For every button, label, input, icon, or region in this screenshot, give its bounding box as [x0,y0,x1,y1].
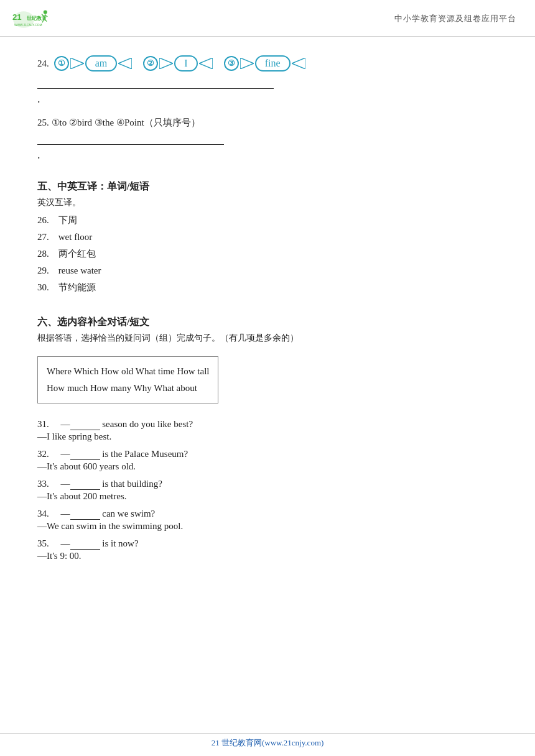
question-24: 24. ① am ② I ③ fine . [37,55,498,106]
footer-text: 21 世纪教育网(www.21cnjy.com) [212,738,324,747]
vocab-27-text: wet floor [58,232,93,242]
qa-33-num: 33. [37,479,58,489]
fish-word-am: am [85,55,118,71]
qa-35-pre: — [61,538,70,548]
q24-label: 24. [37,58,49,69]
vocab-26-num: 26. [37,215,58,225]
vocab-29-text: reuse water [58,265,101,275]
fish-tail-2 [159,58,173,69]
q25-label: 25. [37,118,52,127]
q25-options: ①to ②bird ③the ④Point（只填序号） [52,118,200,127]
qa-34: 34. — can we swim? [37,508,498,520]
qa-35-blank [70,540,100,550]
qa-33-answer-text: —It's about 200 metres. [37,491,127,501]
section-5: 五、中英互译：单词/短语 英汉互译。 26. 下周 27. wet floor … [37,180,498,293]
word-box-line2: How much How many Why What about [47,380,209,397]
qa-31: 31. — season do you like best? [37,418,498,430]
qa-35: 35. — is it now? [37,538,498,550]
vocab-30: 30. 节约能源 [37,282,498,293]
q24-row: 24. ① am ② I ③ fine [37,55,498,71]
qa-32-answer: —It's about 600 years old. [37,461,498,472]
vocab-28: 28. 两个红包 [37,248,498,260]
svg-marker-13 [199,58,213,69]
fish-tail-1 [70,58,84,69]
qa-34-answer-text: —We can swim in the swimming pool. [37,521,183,531]
qa-35-post: is it now? [100,538,139,548]
qa-32-num: 32. [37,449,58,459]
vocab-26-text: 下周 [58,215,77,225]
qa-33-pre: — [61,479,70,489]
qa-33-blank [70,480,100,490]
qa-34-num: 34. [37,509,58,519]
page-footer: 21 世纪教育网(www.21cnjy.com) [0,733,535,749]
qa-31-answer-text: —I like spring best. [37,431,111,441]
qa-34-pre: — [61,509,70,519]
circle-3: ③ [224,56,239,71]
main-content: 24. ① am ② I ③ fine . [0,37,535,597]
section-6: 六、选内容补全对话/短文 根据答语，选择恰当的疑问词（组）完成句子。（有几项是多… [37,316,498,561]
fish-word-I: I [174,55,197,71]
fish-item-3: ③ fine [224,55,305,71]
logo-icon: 21 世纪教育 WWW.21CNJY.COM [12,6,50,31]
qa-31-blank [70,420,100,430]
section5-sub: 英汉互译。 [37,197,498,208]
qa-34-post: can we swim? [100,509,156,519]
q25-answer-line [37,132,224,145]
fish-word-fine: fine [255,55,291,71]
svg-marker-14 [240,58,254,69]
qa-31-post: season do you like best? [100,419,193,429]
word-box-line1: Where Which How old What time How tall [47,363,209,380]
q24-answer-line [37,76,274,89]
logo-area: 21 世纪教育 WWW.21CNJY.COM [12,6,50,31]
qa-33-post: is that building? [100,479,162,489]
vocab-29: 29. reuse water [37,265,498,277]
qa-32-pre: — [61,449,70,459]
svg-point-4 [44,11,47,14]
svg-text:WWW.21CNJY.COM: WWW.21CNJY.COM [14,24,42,27]
vocab-30-text: 节约能源 [58,282,96,292]
page-header: 21 世纪教育 WWW.21CNJY.COM 中小学教育资源及组卷应用平台 [0,0,535,37]
qa-31-num: 31. [37,419,58,429]
word-box: Where Which How old What time How tall H… [37,356,218,403]
section6-title: 六、选内容补全对话/短文 [37,316,498,329]
svg-marker-12 [159,58,173,69]
fish-head-3 [292,58,305,69]
fish-head-2 [199,58,213,69]
vocab-27-num: 27. [37,232,58,242]
site-name: 中小学教育资源及组卷应用平台 [394,13,516,24]
vocab-26: 26. 下周 [37,214,498,226]
svg-text:21: 21 [12,12,22,22]
q25-options-row: 25. ①to ②bird ③the ④Point（只填序号） [37,117,498,129]
qa-32-blank [70,450,100,460]
fish-item-1: ① am [54,55,133,71]
circle-1: ① [54,56,69,71]
vocab-29-num: 29. [37,265,58,275]
qa-32: 32. — is the Palace Museum? [37,448,498,460]
qa-34-blank [70,510,100,520]
fish-head-1 [118,58,132,69]
qa-35-answer: —It's 9: 00. [37,551,498,561]
fish-item-2: ② I [143,55,212,71]
qa-33: 33. — is that building? [37,478,498,490]
qa-31-pre: — [61,419,70,429]
qa-32-answer-text: —It's about 600 years old. [37,461,136,471]
svg-marker-11 [118,58,132,69]
qa-35-answer-text: —It's 9: 00. [37,551,81,561]
vocab-27: 27. wet floor [37,231,498,243]
vocab-30-num: 30. [37,282,58,292]
question-25: 25. ①to ②bird ③the ④Point（只填序号） . [37,117,498,162]
qa-34-answer: —We can swim in the swimming pool. [37,521,498,532]
vocab-28-text: 两个红包 [58,249,96,259]
fish-tail-3 [240,58,254,69]
vocab-28-num: 28. [37,249,58,259]
section6-sub: 根据答语，选择恰当的疑问词（组）完成句子。（有几项是多余的） [37,333,498,344]
qa-33-answer: —It's about 200 metres. [37,491,498,502]
circle-2: ② [143,56,158,71]
svg-marker-15 [292,58,305,69]
section5-title: 五、中英互译：单词/短语 [37,180,498,193]
svg-marker-10 [70,58,84,69]
qa-35-num: 35. [37,538,58,548]
qa-32-post: is the Palace Museum? [100,449,188,459]
qa-31-answer: —I like spring best. [37,431,498,442]
